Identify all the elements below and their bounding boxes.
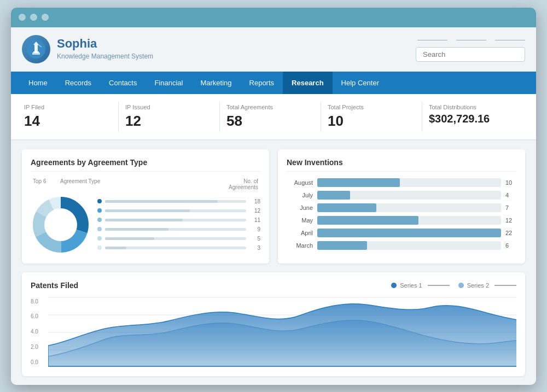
svg-point-12 <box>44 208 77 241</box>
inv-row-march: March 6 <box>287 241 516 250</box>
nav-research[interactable]: Research <box>283 72 333 94</box>
minimize-button[interactable] <box>30 14 37 21</box>
inv-label-april: April <box>287 230 313 236</box>
header-right: ————— ————— ————— <box>416 36 525 62</box>
legend-dot-6 <box>97 245 102 250</box>
nav-reports[interactable]: Reports <box>241 72 283 94</box>
patents-card: Patents Filed Series 1 Series 2 <box>22 272 525 376</box>
inventions-chart: August 10 July 4 June <box>287 178 516 250</box>
inv-bar-april <box>317 229 501 237</box>
inventions-card: New Inventions August 10 July <box>278 149 525 264</box>
inv-row-june: June 7 <box>287 203 516 212</box>
nav-marketing[interactable]: Marketing <box>191 72 240 94</box>
y-label-8: 8.0 <box>31 299 48 305</box>
patents-chart-svg <box>48 296 516 367</box>
stat-ip-filed-label: IP Filed <box>24 104 112 110</box>
search-box[interactable] <box>416 47 525 62</box>
close-button[interactable] <box>19 14 26 21</box>
inv-num-april: 22 <box>505 230 516 236</box>
legend-dot-2 <box>97 208 102 213</box>
inv-row-august: August 10 <box>287 178 516 187</box>
stat-ip-filed: IP Filed 14 <box>24 102 119 132</box>
header-link-1[interactable]: ————— <box>417 36 447 43</box>
nav-help-center[interactable]: Help Center <box>333 72 388 94</box>
legend-num-3: 11 <box>249 217 260 223</box>
app-title: Sophia <box>57 37 153 50</box>
inv-row-april: April 22 <box>287 229 516 237</box>
agreements-table-header: Top 6 Agreement Type No. of Agreements <box>31 178 260 190</box>
legend-bar-5 <box>105 237 246 240</box>
header-link-2[interactable]: ————— <box>456 36 486 43</box>
agreements-card: Agreements by Agreement Type Top 6 Agree… <box>22 149 269 264</box>
inv-num-august: 10 <box>505 179 516 186</box>
legend-dot-5 <box>97 236 102 241</box>
patents-legend: Series 1 Series 2 <box>391 282 516 289</box>
inv-bar-fill-august <box>317 178 400 187</box>
header-link-3[interactable]: ————— <box>495 36 525 43</box>
inv-label-june: June <box>287 204 313 211</box>
patents-chart-container: 8.0 6.0 4.0 2.0 0.0 <box>31 296 516 367</box>
legend-bar-1 <box>105 200 246 203</box>
inv-num-may: 12 <box>505 217 516 224</box>
app-window: Sophia Knowledge Management System —————… <box>11 8 536 385</box>
legend-row-3: 11 <box>97 217 260 223</box>
stat-total-agreements: Total Agreements 58 <box>220 102 321 132</box>
agreements-col1: Top 6 <box>33 178 60 190</box>
inv-bar-fill-june <box>317 203 376 212</box>
logo-area: Sophia Knowledge Management System <box>22 35 153 63</box>
inventions-title: New Inventions <box>287 158 516 172</box>
legend-row-5: 5 <box>97 236 260 242</box>
search-input[interactable] <box>423 50 518 58</box>
nav-contacts[interactable]: Contacts <box>100 72 146 94</box>
inv-num-july: 4 <box>505 192 516 198</box>
patents-title: Patents Filed <box>31 281 78 290</box>
legend-row-4: 9 <box>97 226 260 232</box>
stat-ip-issued-value: 12 <box>125 113 213 130</box>
charts-row: Agreements by Agreement Type Top 6 Agree… <box>22 149 525 264</box>
stat-ip-filed-value: 14 <box>24 113 112 130</box>
stat-total-distributions-value: $302,729.16 <box>429 113 516 125</box>
legend-num-4: 9 <box>249 226 260 232</box>
main-content: Agreements by Agreement Type Top 6 Agree… <box>11 141 536 385</box>
inv-bar-march <box>317 241 501 250</box>
nav-records[interactable]: Records <box>56 72 100 94</box>
agreements-legend: 18 12 11 <box>97 198 260 251</box>
header: Sophia Knowledge Management System —————… <box>11 27 536 72</box>
legend-row-1: 18 <box>97 198 260 204</box>
legend-dot-3 <box>97 218 102 222</box>
svg-rect-4 <box>32 52 40 55</box>
legend-row-2: 12 <box>97 208 260 214</box>
inv-bar-fill-july <box>317 191 350 200</box>
stat-total-projects-label: Total Projects <box>328 104 415 110</box>
y-label-2: 2.0 <box>31 344 48 350</box>
patents-header: Patents Filed Series 1 Series 2 <box>31 281 516 290</box>
donut-chart <box>31 195 91 255</box>
agreements-col2: Agreement Type <box>60 178 214 190</box>
nav-home[interactable]: Home <box>20 72 56 94</box>
maximize-button[interactable] <box>42 14 49 21</box>
stat-total-projects-value: 10 <box>328 113 415 130</box>
inv-bar-june <box>317 203 501 212</box>
inv-bar-may <box>317 216 501 225</box>
legend-num-6: 3 <box>249 245 260 251</box>
agreements-col3: No. of Agreements <box>214 178 258 190</box>
legend-dot-series1 <box>391 283 397 288</box>
header-links: ————— ————— ————— <box>417 36 525 43</box>
inv-label-august: August <box>287 179 313 186</box>
legend-num-1: 18 <box>249 198 260 204</box>
stat-total-distributions-label: Total Distributions <box>429 104 516 110</box>
legend-dot-1 <box>97 199 102 203</box>
nav-financial[interactable]: Financial <box>146 72 191 94</box>
y-label-4: 4.0 <box>31 329 48 335</box>
inv-label-july: July <box>287 192 313 198</box>
legend-dot-4 <box>97 227 102 231</box>
legend-row-6: 3 <box>97 245 260 251</box>
stat-total-agreements-label: Total Agreements <box>226 104 314 110</box>
legend-label-series2: Series 2 <box>467 282 489 289</box>
stat-total-agreements-value: 58 <box>226 113 314 130</box>
navbar: Home Records Contacts Financial Marketin… <box>11 72 536 94</box>
legend-bar-3 <box>105 219 246 221</box>
y-axis-labels: 8.0 6.0 4.0 2.0 0.0 <box>31 296 48 367</box>
inv-label-march: March <box>287 242 313 249</box>
legend-bar-6 <box>105 247 246 249</box>
